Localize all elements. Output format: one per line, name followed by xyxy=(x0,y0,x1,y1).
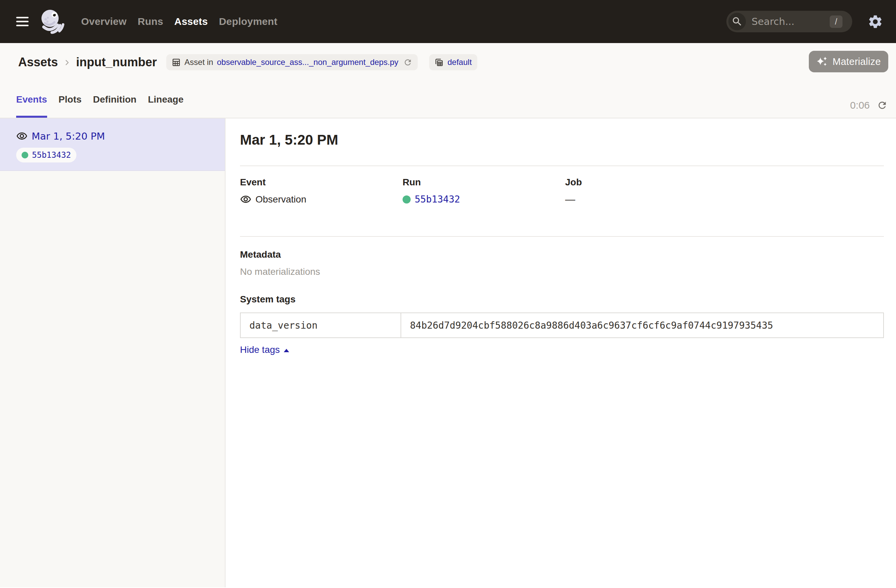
chevron-right-icon xyxy=(63,59,71,66)
group-repo-icon xyxy=(434,58,443,67)
run-column: Run 55b13432 xyxy=(402,176,565,236)
job-empty-value: — xyxy=(565,193,575,205)
system-tags-table: data_version 84b26d7d9204cbf588026c8a988… xyxy=(240,313,884,338)
reload-icon[interactable] xyxy=(403,58,412,67)
settings-gear-icon[interactable] xyxy=(867,14,883,30)
nav-item-assets[interactable]: Assets xyxy=(174,16,208,27)
metadata-empty-text: No materializations xyxy=(240,266,884,278)
run-id-pill-label: 55b13432 xyxy=(32,150,71,160)
breadcrumb: Assets input_number Asset in observable_… xyxy=(0,43,896,81)
system-tag-key: data_version xyxy=(240,313,401,338)
tab-lineage[interactable]: Lineage xyxy=(148,81,183,118)
refresh-timer: 0:06 xyxy=(850,100,888,111)
metadata-heading: Metadata xyxy=(240,249,884,260)
search-placeholder: Search... xyxy=(751,16,830,27)
event-list-sidebar: Mar 1, 5:20 PM 55b13432 xyxy=(0,119,226,587)
tabs: Events Plots Definition Lineage 0:06 xyxy=(0,81,896,118)
sparkles-icon xyxy=(816,56,828,68)
breadcrumb-asset-name: input_number xyxy=(76,55,157,69)
job-column: Job — xyxy=(565,176,884,236)
tab-plots[interactable]: Plots xyxy=(59,81,81,118)
hide-tags-label: Hide tags xyxy=(240,345,280,355)
system-tag-value: 84b26d7d9204cbf588026c8a9886d403a6c9637c… xyxy=(401,313,884,338)
run-id-link[interactable]: 55b13432 xyxy=(414,193,460,205)
event-type-value: Observation xyxy=(256,193,306,205)
divider xyxy=(240,236,884,237)
menu-hamburger-icon[interactable] xyxy=(16,17,29,27)
search-icon-circle xyxy=(728,13,746,30)
observation-eye-icon xyxy=(16,131,27,142)
event-detail-panel: Mar 1, 5:20 PM Event Observation Run 55b… xyxy=(226,119,896,587)
breadcrumb-assets-link[interactable]: Assets xyxy=(18,55,58,69)
refresh-countdown: 0:06 xyxy=(850,100,870,111)
page-body: Mar 1, 5:20 PM 55b13432 Mar 1, 5:20 PM E… xyxy=(0,119,896,587)
asset-file-link[interactable]: observable_source_ass..._non_argument_de… xyxy=(217,58,398,67)
search-input[interactable]: Search... / xyxy=(726,11,852,32)
nav-item-deployment[interactable]: Deployment xyxy=(219,16,277,27)
search-icon xyxy=(731,16,743,27)
dagster-logo-icon[interactable] xyxy=(40,9,66,34)
event-detail-grid: Event Observation Run 55b13432 Job xyxy=(240,166,884,236)
run-column-header: Run xyxy=(402,176,565,188)
search-shortcut-badge: / xyxy=(830,15,843,28)
tab-definition[interactable]: Definition xyxy=(93,81,136,118)
materialize-label: Materialize xyxy=(832,56,881,67)
run-status-dot xyxy=(21,152,28,158)
run-status-dot xyxy=(402,196,411,204)
top-nav: Overview Runs Assets Deployment Search..… xyxy=(0,0,896,43)
refresh-icon[interactable] xyxy=(877,100,888,111)
nav-item-runs[interactable]: Runs xyxy=(138,16,163,27)
primary-nav: Overview Runs Assets Deployment xyxy=(81,16,277,27)
job-column-header: Job xyxy=(565,176,884,188)
run-id-pill[interactable]: 55b13432 xyxy=(16,148,76,163)
event-detail-title: Mar 1, 5:20 PM xyxy=(240,132,884,148)
system-tags-heading: System tags xyxy=(240,294,884,305)
page-header: Assets input_number Asset in observable_… xyxy=(0,43,896,119)
event-list-item[interactable]: Mar 1, 5:20 PM 55b13432 xyxy=(0,119,225,171)
event-column: Event Observation xyxy=(240,176,402,236)
asset-table-icon xyxy=(172,58,181,67)
nav-item-overview[interactable]: Overview xyxy=(81,16,126,27)
group-tag[interactable]: default xyxy=(429,54,477,70)
hide-tags-link[interactable]: Hide tags xyxy=(240,345,290,355)
group-tag-label[interactable]: default xyxy=(447,58,472,67)
asset-tag-prefix: Asset in xyxy=(184,58,213,67)
event-column-header: Event xyxy=(240,176,402,188)
observation-eye-icon xyxy=(240,194,251,205)
caret-up-icon xyxy=(283,348,290,353)
materialize-button[interactable]: Materialize xyxy=(809,51,888,72)
event-timestamp-link[interactable]: Mar 1, 5:20 PM xyxy=(32,131,105,142)
asset-definition-tag: Asset in observable_source_ass..._non_ar… xyxy=(166,54,418,70)
tab-events[interactable]: Events xyxy=(16,81,47,118)
system-tag-row: data_version 84b26d7d9204cbf588026c8a988… xyxy=(240,313,884,338)
